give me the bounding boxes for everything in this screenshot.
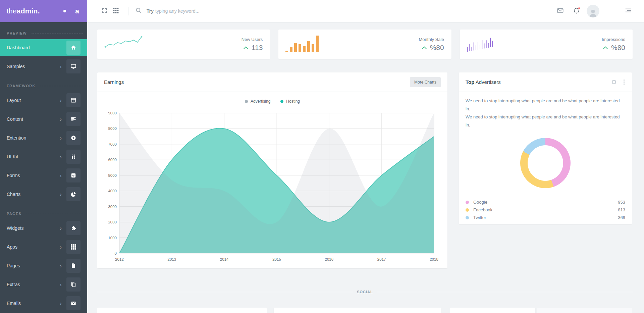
- notification-badge: [578, 7, 580, 9]
- legend-dot-icon: [466, 201, 469, 204]
- trend-up-icon: [243, 46, 249, 50]
- file-icon: [66, 259, 80, 273]
- sidebar-item-ui-kit[interactable]: UI Kit›: [0, 148, 87, 165]
- new-users-sparkline: [103, 34, 147, 54]
- sidebar-section-label: FRAMEWORK: [7, 84, 36, 88]
- svg-text:1000: 1000: [108, 236, 117, 240]
- search-bar: Try: [135, 7, 263, 15]
- layout-icon: [66, 93, 80, 107]
- fullscreen-button[interactable]: [99, 5, 110, 17]
- sidebar-item-pages[interactable]: Pages›: [0, 257, 87, 274]
- sidebar-item-layout[interactable]: Layout›: [0, 92, 87, 109]
- sidebar-item-extention[interactable]: Extention›: [0, 129, 87, 146]
- advertisers-header: Top Advertisers: [459, 72, 632, 92]
- logo-block[interactable]: theadmin. a: [0, 0, 87, 22]
- trend-up-icon: [422, 46, 427, 50]
- search-input[interactable]: [155, 8, 263, 14]
- sidebar-item-label: Widgets: [7, 225, 24, 231]
- svg-text:4000: 4000: [108, 189, 117, 193]
- sidebar-section-header: PREVIEW: [0, 31, 87, 35]
- svg-text:2015: 2015: [272, 257, 281, 261]
- topbar: Try: [87, 0, 644, 22]
- sidebar-item-label: Extras: [7, 282, 20, 287]
- search-icon: [135, 7, 142, 15]
- earnings-chart-legend: AdvertisingHosting: [97, 99, 447, 104]
- sidebar-item-label: UI Kit: [7, 154, 18, 159]
- legend-item-advertising[interactable]: Advertising: [245, 99, 270, 104]
- advertiser-value: 813: [618, 207, 625, 212]
- stat-card-title: Monthly Sale: [419, 37, 444, 42]
- sidebar-item-samples[interactable]: Samples›: [0, 58, 87, 75]
- legend-item-hosting[interactable]: Hosting: [280, 99, 300, 104]
- more-options-icon[interactable]: [623, 79, 626, 86]
- stat-card-title: New Users: [241, 37, 263, 42]
- search-prefix: Try: [147, 8, 154, 14]
- stat-card-monthly-sale: Monthly Sale%80: [278, 30, 451, 59]
- user-avatar[interactable]: [587, 5, 599, 17]
- refresh-circle-icon[interactable]: [612, 80, 616, 84]
- social-card: [97, 308, 267, 313]
- svg-text:2017: 2017: [377, 257, 386, 261]
- chevron-right-icon: ›: [60, 173, 62, 178]
- legend-label: Advertising: [251, 99, 270, 104]
- grid-menu-button[interactable]: [110, 5, 121, 17]
- fullscreen-icon: [101, 7, 108, 15]
- sidebar-item-emails[interactable]: Emails›: [0, 295, 87, 312]
- topbar-divider-right: [611, 7, 611, 15]
- notifications-button[interactable]: [571, 5, 582, 17]
- dashboard-page: { "brand": { "logo_the": "the", "logo_ad…: [0, 0, 644, 313]
- legend-dot-icon: [280, 100, 283, 103]
- svg-text:2012: 2012: [115, 257, 124, 261]
- sidebar-item-label: Content: [7, 116, 23, 122]
- advertisers-title: Top Advertisers: [466, 79, 501, 85]
- chevron-right-icon: ›: [60, 64, 62, 69]
- social-card: [537, 308, 632, 313]
- sidebar-item-widgets[interactable]: Widgets›: [0, 220, 87, 237]
- copy-icon: [66, 277, 80, 292]
- sidebar-item-forms[interactable]: Forms›: [0, 167, 87, 184]
- trend-up-icon: [603, 46, 608, 50]
- advertiser-row-twitter: Twitter369: [466, 214, 625, 221]
- sidebar-item-label: Pages: [7, 263, 20, 268]
- svg-text:2000: 2000: [108, 220, 117, 224]
- svg-text:0: 0: [115, 251, 117, 255]
- sidebar-nav: PREVIEWDashboardSamples›FRAMEWORKLayout›…: [0, 31, 87, 312]
- stat-card-value: 113: [252, 44, 263, 52]
- sidebar-item-label: Charts: [7, 192, 20, 197]
- sidebar-item-charts[interactable]: Charts›: [0, 186, 87, 203]
- advertisers-donut-chart: [520, 138, 571, 188]
- sidebar-item-label: Layout: [7, 98, 21, 103]
- legend-dot-icon: [245, 100, 248, 103]
- advertisers-header-actions: [612, 79, 626, 86]
- more-charts-button[interactable]: More Charts: [410, 77, 441, 87]
- main-content: New Users113Monthly Sale%80Impressions%8…: [87, 22, 644, 313]
- sidebar-item-apps[interactable]: Apps›: [0, 239, 87, 255]
- sidebar-item-label: Dashboard: [7, 45, 30, 50]
- svg-text:2016: 2016: [325, 257, 334, 261]
- grid-icon: [113, 8, 119, 14]
- advertiser-name: Facebook: [473, 207, 492, 212]
- app-logo: theadmin.: [7, 7, 40, 15]
- legend-dot-icon: [466, 208, 469, 212]
- top-advertisers-card: Top Advertisers We need to stop interrup…: [459, 72, 632, 224]
- advertiser-row-google: Google953: [466, 198, 625, 206]
- align-left-icon: [66, 112, 80, 126]
- menu-lines-icon: [625, 8, 632, 15]
- logo-dot-icon: [63, 10, 66, 12]
- chevron-right-icon: ›: [60, 263, 62, 269]
- logo-mini: a: [63, 7, 79, 15]
- sidebar-item-extras[interactable]: Extras›: [0, 276, 87, 293]
- advertisers-legend: Google953Facebook813Twitter369: [466, 198, 625, 221]
- topbar-right: [554, 5, 634, 17]
- monthly-sale-sparkline: [284, 34, 328, 54]
- sidebar-item-content[interactable]: Content›: [0, 111, 87, 127]
- sidebar-item-dashboard[interactable]: Dashboard: [0, 39, 87, 56]
- stat-card-value: %80: [430, 44, 444, 52]
- topbar-divider: [128, 7, 128, 15]
- legend-label: Hosting: [286, 99, 300, 104]
- social-card: [450, 308, 535, 313]
- settings-panel-button[interactable]: [623, 5, 634, 17]
- chevron-right-icon: ›: [60, 116, 62, 122]
- chevron-right-icon: ›: [60, 244, 62, 250]
- messages-button[interactable]: [554, 5, 566, 17]
